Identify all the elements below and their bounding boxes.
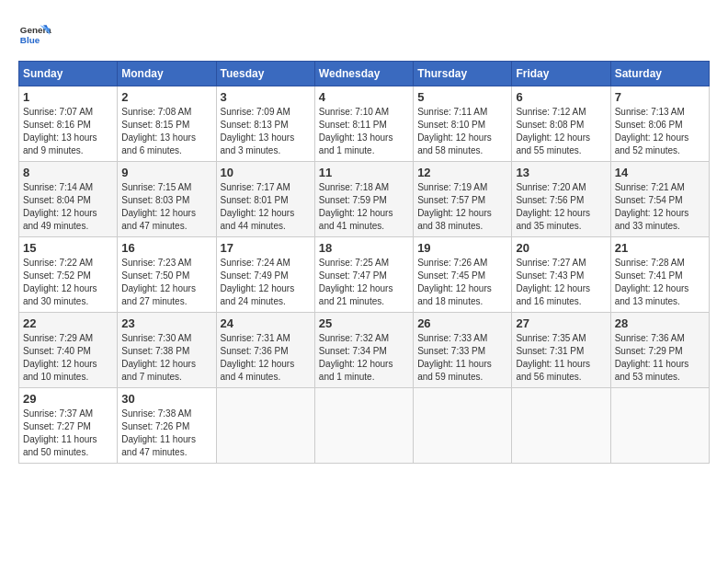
week-row-5: 29Sunrise: 7:37 AM Sunset: 7:27 PM Dayli… — [19, 388, 710, 464]
calendar-cell: 3Sunrise: 7:09 AM Sunset: 8:13 PM Daylig… — [216, 86, 314, 162]
day-number: 30 — [121, 392, 211, 406]
day-number: 19 — [417, 241, 507, 255]
calendar-cell: 27Sunrise: 7:35 AM Sunset: 7:31 PM Dayli… — [512, 313, 610, 388]
day-detail: Sunrise: 7:19 AM Sunset: 7:57 PM Dayligh… — [417, 181, 507, 233]
calendar-cell — [314, 388, 413, 464]
day-number: 16 — [121, 241, 211, 255]
day-number: 22 — [23, 316, 113, 330]
day-number: 8 — [23, 166, 113, 179]
page-header: General Blue — [18, 18, 710, 52]
day-detail: Sunrise: 7:20 AM Sunset: 7:56 PM Dayligh… — [516, 181, 606, 233]
day-number: 10 — [221, 166, 311, 179]
day-number: 17 — [221, 241, 311, 255]
week-row-1: 1Sunrise: 7:07 AM Sunset: 8:16 PM Daylig… — [19, 86, 710, 162]
day-number: 13 — [516, 166, 606, 179]
day-detail: Sunrise: 7:28 AM Sunset: 7:41 PM Dayligh… — [615, 257, 705, 308]
week-row-3: 15Sunrise: 7:22 AM Sunset: 7:52 PM Dayli… — [19, 237, 710, 313]
calendar-cell: 18Sunrise: 7:25 AM Sunset: 7:47 PM Dayli… — [314, 237, 413, 313]
day-detail: Sunrise: 7:37 AM Sunset: 7:27 PM Dayligh… — [23, 408, 113, 459]
calendar-cell: 4Sunrise: 7:10 AM Sunset: 8:11 PM Daylig… — [314, 86, 413, 162]
calendar-cell: 9Sunrise: 7:15 AM Sunset: 8:03 PM Daylig… — [118, 162, 216, 237]
calendar-cell — [512, 388, 610, 464]
column-header-wednesday: Wednesday — [314, 62, 413, 86]
day-detail: Sunrise: 7:27 AM Sunset: 7:43 PM Dayligh… — [516, 257, 606, 308]
day-detail: Sunrise: 7:24 AM Sunset: 7:49 PM Dayligh… — [221, 257, 311, 308]
calendar-cell: 11Sunrise: 7:18 AM Sunset: 7:59 PM Dayli… — [314, 162, 413, 237]
calendar-table: SundayMondayTuesdayWednesdayThursdayFrid… — [18, 61, 710, 464]
day-number: 4 — [319, 90, 409, 104]
day-detail: Sunrise: 7:26 AM Sunset: 7:45 PM Dayligh… — [417, 257, 507, 308]
day-number: 29 — [23, 392, 113, 406]
day-detail: Sunrise: 7:31 AM Sunset: 7:36 PM Dayligh… — [221, 332, 311, 384]
day-detail: Sunrise: 7:18 AM Sunset: 7:59 PM Dayligh… — [319, 181, 409, 233]
day-number: 21 — [615, 241, 705, 255]
calendar-cell: 16Sunrise: 7:23 AM Sunset: 7:50 PM Dayli… — [118, 237, 216, 313]
day-detail: Sunrise: 7:09 AM Sunset: 8:13 PM Dayligh… — [221, 106, 311, 157]
day-detail: Sunrise: 7:15 AM Sunset: 8:03 PM Dayligh… — [121, 181, 211, 233]
day-number: 20 — [516, 241, 606, 255]
logo-icon: General Blue — [18, 18, 51, 52]
day-number: 27 — [516, 316, 606, 330]
day-detail: Sunrise: 7:33 AM Sunset: 7:33 PM Dayligh… — [417, 332, 507, 384]
day-detail: Sunrise: 7:22 AM Sunset: 7:52 PM Dayligh… — [23, 257, 113, 308]
calendar-cell: 19Sunrise: 7:26 AM Sunset: 7:45 PM Dayli… — [414, 237, 512, 313]
calendar-cell — [216, 388, 314, 464]
calendar-cell — [414, 388, 512, 464]
day-detail: Sunrise: 7:10 AM Sunset: 8:11 PM Dayligh… — [319, 106, 409, 157]
week-row-2: 8Sunrise: 7:14 AM Sunset: 8:04 PM Daylig… — [19, 162, 710, 237]
day-detail: Sunrise: 7:14 AM Sunset: 8:04 PM Dayligh… — [23, 181, 113, 233]
logo: General Blue — [18, 18, 51, 52]
day-number: 11 — [319, 166, 409, 179]
day-detail: Sunrise: 7:35 AM Sunset: 7:31 PM Dayligh… — [516, 332, 606, 384]
day-detail: Sunrise: 7:30 AM Sunset: 7:38 PM Dayligh… — [121, 332, 211, 384]
calendar-cell — [610, 388, 709, 464]
day-detail: Sunrise: 7:38 AM Sunset: 7:26 PM Dayligh… — [121, 408, 211, 459]
calendar-cell: 6Sunrise: 7:12 AM Sunset: 8:08 PM Daylig… — [512, 86, 610, 162]
day-detail: Sunrise: 7:36 AM Sunset: 7:29 PM Dayligh… — [615, 332, 705, 384]
column-header-sunday: Sunday — [19, 62, 118, 86]
calendar-cell: 26Sunrise: 7:33 AM Sunset: 7:33 PM Dayli… — [414, 313, 512, 388]
week-row-4: 22Sunrise: 7:29 AM Sunset: 7:40 PM Dayli… — [19, 313, 710, 388]
day-detail: Sunrise: 7:25 AM Sunset: 7:47 PM Dayligh… — [319, 257, 409, 308]
day-number: 1 — [23, 90, 113, 104]
calendar-cell: 14Sunrise: 7:21 AM Sunset: 7:54 PM Dayli… — [610, 162, 709, 237]
calendar-cell: 22Sunrise: 7:29 AM Sunset: 7:40 PM Dayli… — [19, 313, 118, 388]
column-header-tuesday: Tuesday — [216, 62, 314, 86]
day-number: 9 — [121, 166, 211, 179]
day-detail: Sunrise: 7:07 AM Sunset: 8:16 PM Dayligh… — [23, 106, 113, 157]
day-number: 3 — [221, 90, 311, 104]
calendar-cell: 17Sunrise: 7:24 AM Sunset: 7:49 PM Dayli… — [216, 237, 314, 313]
calendar-cell: 12Sunrise: 7:19 AM Sunset: 7:57 PM Dayli… — [414, 162, 512, 237]
day-detail: Sunrise: 7:11 AM Sunset: 8:10 PM Dayligh… — [417, 106, 507, 157]
column-header-friday: Friday — [512, 62, 610, 86]
calendar-cell: 23Sunrise: 7:30 AM Sunset: 7:38 PM Dayli… — [118, 313, 216, 388]
calendar-cell: 2Sunrise: 7:08 AM Sunset: 8:15 PM Daylig… — [118, 86, 216, 162]
day-number: 18 — [319, 241, 409, 255]
calendar-cell: 7Sunrise: 7:13 AM Sunset: 8:06 PM Daylig… — [610, 86, 709, 162]
day-number: 7 — [615, 90, 705, 104]
calendar-cell: 21Sunrise: 7:28 AM Sunset: 7:41 PM Dayli… — [610, 237, 709, 313]
day-number: 6 — [516, 90, 606, 104]
day-number: 2 — [121, 90, 211, 104]
day-number: 24 — [221, 316, 311, 330]
calendar-cell: 1Sunrise: 7:07 AM Sunset: 8:16 PM Daylig… — [19, 86, 118, 162]
day-detail: Sunrise: 7:29 AM Sunset: 7:40 PM Dayligh… — [23, 332, 113, 384]
calendar-cell: 25Sunrise: 7:32 AM Sunset: 7:34 PM Dayli… — [314, 313, 413, 388]
calendar-cell: 5Sunrise: 7:11 AM Sunset: 8:10 PM Daylig… — [414, 86, 512, 162]
day-detail: Sunrise: 7:17 AM Sunset: 8:01 PM Dayligh… — [221, 181, 311, 233]
day-number: 15 — [23, 241, 113, 255]
day-detail: Sunrise: 7:23 AM Sunset: 7:50 PM Dayligh… — [121, 257, 211, 308]
day-detail: Sunrise: 7:32 AM Sunset: 7:34 PM Dayligh… — [319, 332, 409, 384]
calendar-cell: 10Sunrise: 7:17 AM Sunset: 8:01 PM Dayli… — [216, 162, 314, 237]
calendar-cell: 13Sunrise: 7:20 AM Sunset: 7:56 PM Dayli… — [512, 162, 610, 237]
calendar-cell: 28Sunrise: 7:36 AM Sunset: 7:29 PM Dayli… — [610, 313, 709, 388]
calendar-cell: 29Sunrise: 7:37 AM Sunset: 7:27 PM Dayli… — [19, 388, 118, 464]
day-number: 14 — [615, 166, 705, 179]
column-header-thursday: Thursday — [414, 62, 512, 86]
day-detail: Sunrise: 7:13 AM Sunset: 8:06 PM Dayligh… — [615, 106, 705, 157]
calendar-cell: 30Sunrise: 7:38 AM Sunset: 7:26 PM Dayli… — [118, 388, 216, 464]
day-detail: Sunrise: 7:21 AM Sunset: 7:54 PM Dayligh… — [615, 181, 705, 233]
day-number: 5 — [417, 90, 507, 104]
column-header-saturday: Saturday — [610, 62, 709, 86]
calendar-cell: 8Sunrise: 7:14 AM Sunset: 8:04 PM Daylig… — [19, 162, 118, 237]
